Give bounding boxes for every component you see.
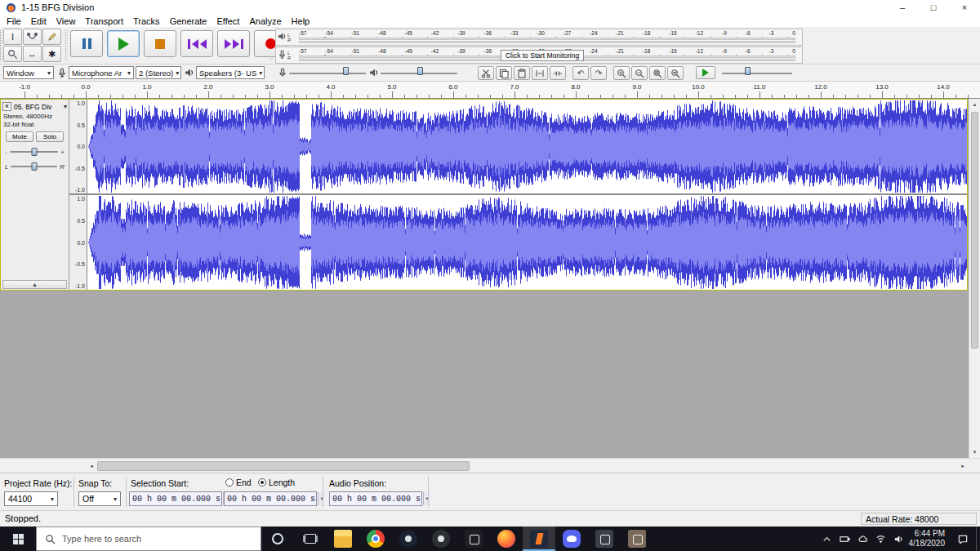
skip-to-start-button[interactable] [180, 30, 213, 57]
stop-button[interactable] [144, 30, 176, 57]
menu-item-file[interactable]: File [2, 16, 26, 26]
vertical-scroll-thumb[interactable] [971, 112, 978, 349]
menu-item-transport[interactable]: Transport [80, 16, 128, 26]
menu-item-effect[interactable]: Effect [212, 16, 245, 26]
track-name[interactable]: 05. BFG Div [14, 103, 64, 111]
show-desktop-button[interactable] [976, 527, 980, 551]
mute-button[interactable]: Mute [6, 131, 33, 142]
track-area[interactable]: × 05. BFG Div ▾ Stereo, 48000Hz 32-bit f… [0, 99, 980, 458]
volume-icon[interactable] [893, 534, 904, 544]
zoom-out-button[interactable] [631, 66, 648, 80]
playback-volume-slider[interactable] [381, 69, 457, 78]
battery-icon[interactable] [840, 534, 850, 544]
menu-item-generate[interactable]: Generate [165, 16, 212, 26]
undo-button[interactable]: ↶ [572, 66, 589, 80]
copy-button[interactable] [496, 66, 512, 80]
recording-channels-dropdown[interactable]: 2 (Stereo)▾ [136, 66, 181, 79]
horizontal-scroll-thumb[interactable] [97, 461, 470, 471]
taskbar-app-calculator[interactable] [588, 527, 621, 551]
pan-slider[interactable]: L R [5, 162, 65, 171]
waveform-right-channel[interactable] [88, 195, 967, 290]
menu-item-edit[interactable]: Edit [26, 16, 51, 26]
selection-end-radio[interactable]: End [225, 478, 252, 487]
timeline-ruler[interactable]: -1.00.01.02.03.04.05.06.07.08.09.010.011… [0, 82, 980, 99]
cut-button[interactable] [478, 66, 494, 80]
taskbar-app-audacity[interactable] [523, 527, 555, 551]
scroll-up-icon[interactable]: ▴ [969, 99, 980, 110]
horizontal-scrollbar[interactable]: ◂ ▸ [0, 458, 980, 473]
tray-expand-icon[interactable] [822, 534, 832, 544]
selection-tool-button[interactable]: I [3, 29, 22, 45]
zoom-fit-button[interactable] [667, 66, 684, 80]
zoom-selection-button[interactable] [649, 66, 666, 80]
solo-button[interactable]: Solo [36, 131, 64, 142]
vertical-scale-ch1[interactable]: 1.00.50.0-0.5-1.0 [69, 100, 87, 193]
menu-item-view[interactable]: View [51, 16, 81, 26]
audio-position-field[interactable]: 00 h 00 m 00.000 s▾ [329, 491, 422, 506]
start-button[interactable] [0, 527, 36, 551]
vertical-scale-ch2[interactable]: 1.00.50.0-0.5-1.0 [69, 195, 87, 290]
selection-length-radio[interactable]: Length [258, 478, 295, 487]
taskbar-clock[interactable]: 6:44 PM 4/18/2020 [907, 527, 951, 551]
track-menu-arrow-icon[interactable]: ▾ [64, 103, 67, 110]
cortana-button[interactable] [261, 527, 294, 551]
taskbar-search[interactable]: Type here to search [36, 527, 261, 551]
play-at-speed-button[interactable] [696, 66, 715, 79]
playback-device-dropdown[interactable]: Speakers (3- US▾ [196, 66, 265, 79]
waveform-left-channel[interactable] [88, 100, 967, 193]
taskbar-app-discord-blue[interactable] [555, 527, 588, 551]
scroll-left-icon[interactable]: ◂ [86, 460, 97, 472]
menu-item-tracks[interactable]: Tracks [128, 16, 165, 26]
audio-track[interactable]: × 05. BFG Div ▾ Stereo, 48000Hz 32-bit f… [0, 99, 968, 291]
silence-audio-button[interactable] [550, 66, 566, 80]
selection-start-field[interactable]: 00 h 00 m 00.000 s▾ [129, 491, 222, 506]
recording-volume-slider[interactable] [289, 69, 366, 78]
vertical-scrollbar[interactable]: ▴ ▾ [969, 99, 980, 458]
redo-button[interactable]: ↷ [590, 66, 607, 80]
maximize-button[interactable]: □ [918, 0, 949, 15]
track-collapse-button[interactable]: ▲ [2, 280, 67, 289]
start-monitoring-button[interactable]: Click to Start Monitoring [501, 50, 584, 61]
gain-slider-thumb[interactable] [31, 148, 37, 156]
taskbar-app-file-explorer[interactable] [327, 527, 359, 551]
track-close-button[interactable]: × [2, 102, 11, 111]
trim-audio-button[interactable] [532, 66, 548, 80]
playback-meter[interactable]: LR -57-54-51-48-45-42-39-36-33-30-27-24-… [275, 29, 803, 46]
scroll-right-icon[interactable]: ▸ [957, 460, 969, 472]
paste-button[interactable] [514, 66, 530, 80]
zoom-in-button[interactable] [613, 66, 630, 80]
draw-tool-button[interactable] [42, 29, 61, 45]
play-button[interactable] [107, 30, 140, 57]
taskbar-app-steam[interactable] [392, 527, 425, 551]
taskbar-app-chrome[interactable] [359, 527, 392, 551]
task-view-button[interactable] [294, 527, 327, 551]
taskbar-app-firefox[interactable] [490, 527, 523, 551]
project-rate-select[interactable]: 44100▾ [4, 491, 58, 506]
skip-to-end-button[interactable] [217, 30, 250, 57]
audio-host-dropdown[interactable]: Window▾ [3, 66, 54, 79]
envelope-tool-button[interactable] [23, 29, 42, 45]
minimize-button[interactable]: – [887, 0, 918, 15]
close-button[interactable]: × [949, 0, 980, 15]
pan-slider-thumb[interactable] [31, 162, 37, 171]
taskbar-app-discord[interactable] [425, 527, 457, 551]
pause-button[interactable] [70, 30, 103, 57]
multi-tool-button[interactable]: ✱ [42, 46, 61, 62]
scroll-down-icon[interactable]: ▾ [969, 447, 980, 458]
menu-item-analyze[interactable]: Analyze [244, 16, 286, 26]
timeline-label: 10.0 [692, 83, 705, 91]
recording-device-dropdown[interactable]: Microphone Ar▾ [69, 66, 134, 79]
zoom-tool-button[interactable] [3, 46, 22, 62]
play-speed-slider[interactable] [722, 69, 792, 78]
menu-item-help[interactable]: Help [287, 16, 315, 26]
network-icon[interactable] [875, 534, 886, 544]
action-center-button[interactable] [950, 527, 976, 551]
onedrive-cloud-icon[interactable] [858, 534, 868, 544]
recording-meter[interactable]: LR -57-54-51-48-45-42-39-36-33-30-27-24-… [275, 47, 803, 64]
taskbar-app-media-app[interactable] [457, 527, 490, 551]
timeshift-tool-button[interactable]: ↔ [23, 46, 42, 62]
taskbar-app-gimp[interactable] [621, 527, 653, 551]
gain-slider[interactable]: - + [5, 147, 65, 157]
snap-to-select[interactable]: Off▾ [78, 491, 121, 506]
selection-length-field[interactable]: 00 h 00 m 00.000 s▾ [224, 491, 317, 506]
